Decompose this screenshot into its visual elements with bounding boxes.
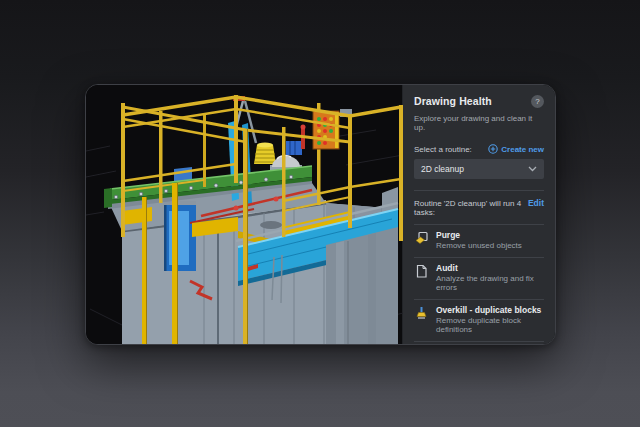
select-routine-label: Select a routine: <box>414 145 472 154</box>
task-row-purge[interactable]: Purge Remove unused objects <box>414 225 544 257</box>
task-title: Overkill - duplicate blocks <box>436 305 544 315</box>
routine-select[interactable]: 2D cleanup <box>414 159 544 179</box>
panel-title: Drawing Health <box>414 95 492 107</box>
chevron-down-icon <box>528 166 537 172</box>
audit-icon <box>414 264 429 279</box>
routine-summary: Routine '2D cleanup' will run 4 tasks: <box>414 199 522 217</box>
edit-routine-button[interactable]: Edit <box>528 198 544 208</box>
drawing-health-panel: Drawing Health ? Explore your drawing an… <box>402 85 555 344</box>
task-row-overkill[interactable]: Overkill - duplicate blocks Remove dupli… <box>414 300 544 341</box>
purge-icon <box>414 231 429 246</box>
create-new-button[interactable]: Create new <box>488 144 544 154</box>
cad-app-window: Drawing Health ? Explore your drawing an… <box>85 84 556 345</box>
help-icon[interactable]: ? <box>531 95 544 108</box>
task-row-audit[interactable]: Audit Analyze the drawing and fix errors <box>414 258 544 299</box>
task-row-blockify[interactable]: Blockify - match existing blocks Maximiz… <box>414 342 544 346</box>
machine-3d-model[interactable] <box>86 85 403 345</box>
routine-selected-value: 2D cleanup <box>421 164 464 174</box>
overkill-icon <box>414 306 429 321</box>
task-title: Audit <box>436 263 544 273</box>
task-description: Remove unused objects <box>436 241 522 251</box>
panel-subtitle: Explore your drawing and clean it up. <box>414 114 544 132</box>
task-title: Purge <box>436 230 522 240</box>
create-new-label: Create new <box>501 145 544 154</box>
circle-plus-icon <box>488 144 498 154</box>
viewport-3d[interactable] <box>86 85 402 344</box>
task-description: Remove duplicate block definitions <box>436 316 544 335</box>
task-description: Analyze the drawing and fix errors <box>436 274 544 293</box>
